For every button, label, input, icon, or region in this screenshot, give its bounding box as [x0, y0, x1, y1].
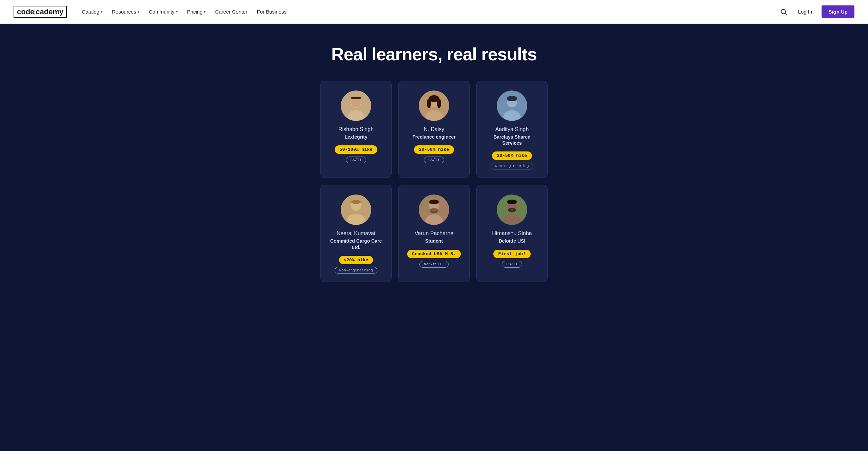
svg-point-12 [437, 99, 441, 108]
avatar-rishabh [341, 90, 371, 121]
learner-card-himanshu: Himanshu Sinha Deloitte USI First job! C… [476, 185, 548, 282]
svg-point-29 [507, 200, 517, 204]
hike-badge-aaditya: 20-50% hike [492, 151, 532, 160]
logo-academy: cademy [36, 7, 63, 16]
login-link[interactable]: Log In [794, 6, 816, 17]
svg-point-20 [351, 200, 361, 204]
hike-badge-daisy: 20-50% hike [414, 145, 454, 154]
learner-company-neeraj: Committed Cargo Care Ltd. [328, 238, 384, 250]
pricing-chevron-icon: ▾ [204, 10, 205, 14]
main-content: Real learners, real results Rishabh Sing… [0, 24, 868, 309]
learner-company-aaditya: Barclays Shared Services [484, 134, 540, 146]
nav-resources[interactable]: Resources ▾ [108, 6, 143, 17]
svg-point-16 [507, 96, 517, 101]
hike-badge-varun: Cracked USA M.S. [407, 250, 461, 258]
category-badge-varun: Non-CS/IT [419, 261, 448, 268]
search-button[interactable] [778, 7, 789, 17]
learner-company-varun: Student [425, 238, 443, 244]
logo-code: code [17, 7, 34, 16]
learner-company-rishabh: Lextegrity [345, 134, 368, 140]
search-icon [780, 8, 787, 16]
category-badge-neeraj: Non-engineering [335, 267, 377, 274]
svg-rect-6 [351, 97, 361, 99]
learner-name-neeraj: Neeraj Kumavat [337, 230, 376, 237]
avatar-daisy [419, 90, 449, 121]
resources-chevron-icon: ▾ [138, 10, 139, 14]
hike-badge-rishabh: 50-100% hike [335, 145, 377, 154]
category-badge-himanshu: CS/IT [502, 261, 522, 268]
avatar-aaditya [497, 90, 527, 121]
logo[interactable]: codecademy [14, 6, 67, 18]
svg-point-25 [429, 200, 439, 204]
learner-card-varun: Varun Pacharne Student Cracked USA M.S. … [398, 185, 470, 282]
svg-point-30 [508, 208, 516, 212]
navbar: codecademy Catalog ▾ Resources ▾ Communi… [0, 0, 868, 24]
hike-badge-neeraj: <20% hike [339, 256, 373, 264]
category-badge-rishabh: CS/IT [346, 157, 366, 163]
section-title: Real learners, real results [331, 44, 537, 64]
learner-name-rishabh: Rishabh Singh [338, 126, 374, 132]
svg-line-1 [785, 13, 787, 15]
community-chevron-icon: ▾ [176, 10, 178, 14]
learner-card-aaditya: Aaditya Singh Barclays Shared Services 2… [476, 81, 548, 178]
learner-name-varun: Varun Pacharne [415, 230, 453, 237]
hike-badge-himanshu: First job! [493, 250, 530, 258]
nav-community[interactable]: Community ▾ [145, 6, 182, 17]
avatar-neeraj [341, 194, 371, 225]
category-badge-aaditya: Non-engineering [491, 163, 533, 169]
learner-name-daisy: N. Daisy [424, 126, 444, 132]
nav-links: Catalog ▾ Resources ▾ Community ▾ Pricin… [78, 6, 778, 17]
catalog-chevron-icon: ▾ [101, 10, 102, 14]
nav-catalog[interactable]: Catalog ▾ [78, 6, 106, 17]
avatar-varun [419, 194, 449, 225]
learner-company-himanshu: Deloitte USI [499, 238, 526, 244]
learner-card-daisy: N. Daisy Freelance engineer 20-50% hike … [398, 81, 470, 178]
category-badge-daisy: CS/IT [424, 157, 444, 163]
nav-for-business[interactable]: For Business [253, 6, 291, 17]
nav-career-center[interactable]: Career Center [211, 6, 251, 17]
learner-name-himanshu: Himanshu Sinha [492, 230, 532, 237]
nav-actions: Log In Sign Up [778, 5, 854, 18]
svg-point-24 [430, 208, 438, 213]
logo-separator [35, 9, 35, 15]
learner-card-rishabh: Rishabh Singh Lextegrity 50-100% hike CS… [320, 81, 392, 178]
avatar-himanshu [497, 194, 527, 225]
learner-company-daisy: Freelance engineer [412, 134, 456, 140]
svg-point-11 [427, 99, 431, 108]
learner-name-aaditya: Aaditya Singh [495, 126, 529, 132]
learner-card-neeraj: Neeraj Kumavat Committed Cargo Care Ltd.… [320, 185, 392, 282]
signup-button[interactable]: Sign Up [822, 5, 854, 18]
cards-grid: Rishabh Singh Lextegrity 50-100% hike CS… [320, 81, 548, 282]
nav-pricing[interactable]: Pricing ▾ [183, 6, 210, 17]
